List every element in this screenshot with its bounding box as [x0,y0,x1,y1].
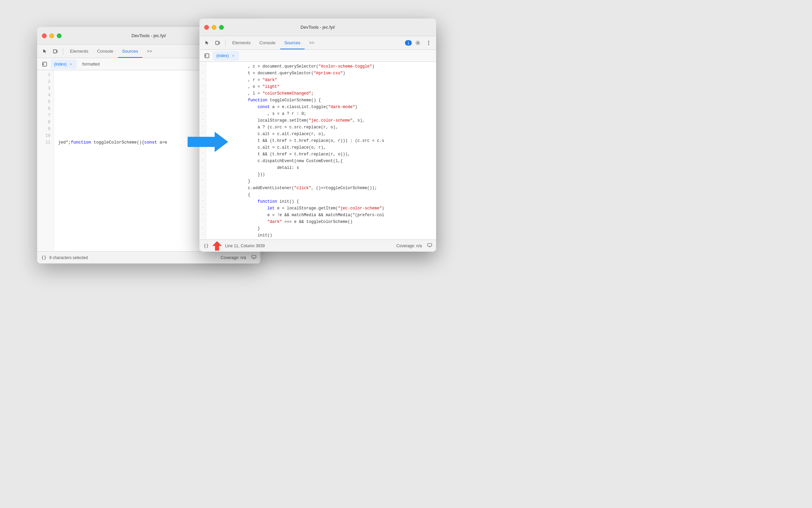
diff-marker-24: - [199,217,206,224]
formatted-tab-back[interactable]: :formatted [78,59,103,69]
line-num-1: 1 [37,72,54,78]
format-icon-front[interactable]: {} [204,243,209,248]
settings-icon-front[interactable] [413,38,423,48]
diff-marker-22: - [199,204,206,210]
front-code-line-24: "dark" === e && toggleColorScheme() [209,219,436,225]
status-bar-front: {} Line 11, Column 3939 Coverage: n/a [199,239,436,252]
front-code-line-20: { [209,192,436,198]
device-mode-icon-front[interactable] [213,38,222,48]
more-tabs-front[interactable]: >> [305,36,318,49]
front-code-line-3: , r = "dark" [209,77,436,83]
diff-marker-26: - [199,231,206,237]
toolbar-front: Elements Console Sources >> 1 [199,36,436,50]
maximize-button-back[interactable] [57,33,62,38]
window-title-back: DevTools - jec.fyi/ [132,33,166,38]
console-tab-front[interactable]: Console [255,36,280,49]
index-tab-back[interactable]: (index) × [51,59,77,69]
close-index-tab-front[interactable]: × [231,53,236,58]
code-area-front: - - - - - - - - - - - - - - - - - - - - … [199,62,436,239]
tab-nav-front: Elements Console Sources >> [228,36,318,49]
close-button-back[interactable] [42,33,47,38]
diff-marker-6: - [199,96,206,102]
maximize-button-front[interactable] [219,25,224,30]
sources-tabs-front: (index) × [199,50,436,62]
front-code-line-8: , s = a ? r : 0; [209,110,436,117]
elements-tab-back[interactable]: Elements [66,45,92,58]
console-tab-back[interactable]: Console [93,45,117,58]
svg-rect-13 [428,244,432,246]
line-num-7: 7 [37,112,54,119]
format-icon-back[interactable]: {} [41,255,47,260]
line-num-9: 9 [37,126,54,132]
sources-panel-icon-front[interactable] [202,51,212,60]
sources-panel-icon[interactable] [40,59,49,69]
code-content-front[interactable]: , c = document.querySelector("#color-sch… [206,62,436,239]
close-index-tab-back[interactable]: × [69,62,73,67]
sources-tab-front[interactable]: Sources [280,36,305,49]
diff-marker-16: - [199,163,206,170]
line-num-8: 8 [37,119,54,126]
line-num-2: 2 [37,78,54,85]
screenshare-icon-front[interactable] [427,243,432,249]
cursor-icon[interactable] [40,47,49,56]
line-num-11: 11 [37,139,54,146]
front-code-line-21: function init() { [209,198,436,205]
svg-rect-5 [216,41,219,45]
front-code-line-10: a ? (c.src = c.src.replace(r, o), [209,124,436,131]
blue-arrow [188,132,228,152]
front-code-line-1: , c = document.querySelector("#color-sch… [209,63,436,70]
index-tab-front[interactable]: (index) × [213,51,239,60]
front-code-line-23: e = !e && matchMedia && matchMedia("(pre… [209,212,436,219]
front-code-line-19: c.addEventListener("click", ()=>toggleCo… [209,185,436,192]
diff-marker-23: - [199,210,206,217]
chat-badge[interactable]: 1 [405,40,412,46]
more-tabs-back[interactable]: >> [143,45,156,58]
status-bar-back: {} 9 characters selected Coverage: n/a [37,251,260,263]
front-code-line-7: const a = e.classList.toggle("dark-mode"… [209,104,436,110]
position-text-front: Line 11, Column 3939 [225,244,265,248]
status-text-back: 9 characters selected [49,255,88,260]
diff-marker-8: - [199,109,206,116]
front-code-line-5: , l = "colorSchemeChanged"; [209,90,436,97]
toolbar-right-front: 1 [405,38,433,48]
diff-marker-21: - [199,197,206,204]
svg-point-7 [417,42,419,44]
elements-tab-front[interactable]: Elements [228,36,255,49]
line-num-5: 5 [37,99,54,105]
minimize-button-back[interactable] [49,33,54,38]
svg-rect-6 [219,42,220,44]
diff-marker-10: - [199,123,206,129]
front-code-line-11: c.alt = c.alt.replace(r, o), [209,131,436,137]
diff-marker-18: - [199,177,206,183]
svg-rect-3 [252,255,256,258]
close-button-front[interactable] [204,25,209,30]
line-num-10: 10 [37,132,54,139]
front-code-line-16: detail: s [209,164,436,171]
screenshare-icon-back[interactable] [252,255,256,260]
device-mode-icon[interactable] [51,47,60,56]
cursor-icon-front[interactable] [202,38,212,48]
svg-point-9 [428,42,429,43]
front-code-line-12: t && (t.href = t.href.replace(o, r))) : … [209,137,436,144]
svg-marker-12 [212,241,222,251]
more-icon-front[interactable] [424,38,433,48]
devtools-front-window: DevTools - jec.fyi/ Elements Console Sou… [199,19,436,252]
diff-marker-20: - [199,190,206,197]
minimize-button-front[interactable] [212,25,216,30]
sources-tab-back[interactable]: Sources [118,45,142,58]
front-code-line-13: c.alt = c.alt.replace(o, r), [209,144,436,151]
toolbar-separator-1 [63,48,63,55]
svg-rect-1 [57,50,57,52]
front-code-line-4: , o = "light" [209,83,436,90]
toolbar-separator-front [225,40,225,46]
svg-rect-0 [53,50,56,53]
front-code-line-6: function toggleColorScheme() { [209,97,436,104]
front-code-line-2: t = document.querySelector("#prism-css") [209,70,436,77]
diff-marker-9: - [199,116,206,123]
front-code-line-27: } [209,239,436,239]
diff-marker-27: - [199,237,206,239]
coverage-back: Coverage: n/a [221,255,246,260]
line-num-4: 4 [37,92,54,99]
diff-marker-4: - [199,82,206,89]
diff-marker-17: - [199,170,206,177]
